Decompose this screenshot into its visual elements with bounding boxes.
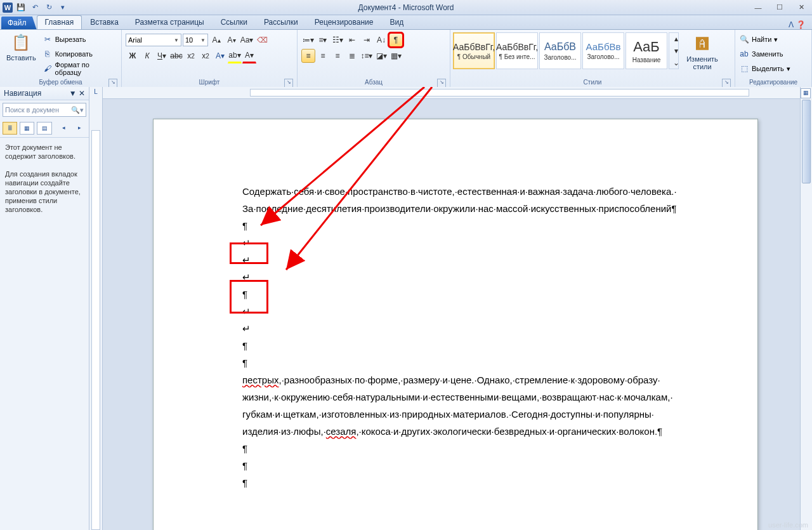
underline-button[interactable]: Ч▾	[155, 49, 169, 63]
cut-button[interactable]: ✂Вырезать	[41, 32, 119, 46]
nav-view-pages[interactable]: ▦	[20, 122, 34, 135]
line-spacing-button[interactable]: ↕≡▾	[360, 49, 374, 63]
nav-next[interactable]: ▸	[73, 122, 86, 133]
nav-prev[interactable]: ◂	[57, 122, 70, 133]
horizontal-ruler[interactable]	[102, 87, 801, 99]
font-size-selector[interactable]: 10▼	[183, 34, 208, 46]
qat-customize-icon[interactable]: ▾	[57, 2, 69, 13]
qat-save-icon[interactable]: 💾	[15, 2, 27, 13]
numbering-button[interactable]: ≡▾	[316, 33, 330, 47]
nav-close-icon[interactable]: ✕	[79, 89, 85, 98]
align-center-button[interactable]: ≡	[316, 49, 330, 63]
pilcrow-mark: ¶	[242, 440, 713, 457]
ribbon-minimize-icon[interactable]: ᐱ	[789, 20, 794, 29]
find-button[interactable]: 🔍Найти▾	[738, 32, 779, 46]
navigation-search-input[interactable]: Поиск в докумен🔍▾	[3, 103, 86, 117]
subscript-button[interactable]: x2	[184, 49, 198, 63]
styles-dialog-launcher[interactable]: ↘	[722, 79, 731, 88]
document-page[interactable]: Содержать·себя·и·свое·пространство·в·чис…	[153, 119, 758, 530]
annotation-box-2	[230, 280, 268, 314]
style-nospacing[interactable]: АаБбВвГг,¶ Без инте...	[496, 32, 538, 69]
change-case-button[interactable]: Aa▾	[240, 33, 254, 47]
linebreak-mark: ↵	[242, 234, 713, 251]
nav-view-results[interactable]: ▤	[37, 122, 51, 135]
pilcrow-mark: ¶	[242, 354, 713, 371]
ribbon: 📋 Вставить ✂Вырезать ⎘Копировать 🖌Формат…	[0, 30, 812, 89]
tab-view[interactable]: Вид	[381, 15, 412, 29]
nav-empty-msg1: Этот документ не содержит заголовков.	[5, 143, 84, 161]
tab-layout[interactable]: Разметка страницы	[127, 15, 213, 29]
scroll-thumb[interactable]	[802, 100, 811, 183]
replace-button[interactable]: abЗаменить	[738, 47, 784, 61]
clear-formatting-button[interactable]: ⌫	[255, 33, 269, 47]
format-painter-button[interactable]: 🖌Формат по образцу	[41, 62, 119, 76]
highlight-button[interactable]: ab▾	[228, 48, 242, 63]
vertical-ruler[interactable]	[89, 98, 103, 530]
font-color-button[interactable]: A▾	[242, 48, 256, 63]
change-styles-button[interactable]: 🅰 Изменить стили	[680, 32, 724, 72]
linebreak-mark: ↵	[242, 268, 713, 286]
style-normal[interactable]: АаБбВвГг,¶ Обычный	[453, 32, 495, 69]
pilcrow-mark: ¶	[242, 286, 713, 303]
style-heading1[interactable]: АаБбВЗаголово...	[539, 32, 581, 69]
grow-font-button[interactable]: A▴	[209, 33, 223, 47]
vertical-scrollbar[interactable]: ▦	[800, 87, 812, 530]
qat-redo-icon[interactable]: ↻	[43, 2, 55, 13]
bullets-button[interactable]: ≔▾	[301, 33, 315, 47]
text-effects-button[interactable]: A▾	[213, 49, 227, 63]
strike-button[interactable]: abc	[169, 49, 183, 63]
shrink-font-button[interactable]: A▾	[225, 33, 239, 47]
borders-button[interactable]: ▦▾	[389, 49, 403, 63]
tab-insert[interactable]: Вставка	[82, 15, 127, 29]
document-area: L ▦ Содержать·себя·и·свое·пространство·в…	[89, 87, 812, 530]
help-icon[interactable]: ❓	[796, 20, 806, 29]
word-app-icon: W	[3, 3, 13, 13]
tab-references[interactable]: Ссылки	[213, 15, 256, 29]
italic-button[interactable]: К	[140, 49, 154, 63]
linebreak-mark: ↵	[242, 320, 713, 337]
justify-button[interactable]: ≣	[345, 49, 359, 63]
ribbon-tabs: Файл Главная Вставка Разметка страницы С…	[0, 15, 812, 30]
copy-icon: ⎘	[43, 49, 53, 59]
navigation-pane: Навигация▼ ✕ Поиск в докумен🔍▾ ≣ ▦ ▤ ◂ ▸…	[0, 87, 89, 530]
decrease-indent-button[interactable]: ⇤	[345, 33, 359, 47]
ruler-toggle-icon[interactable]: ▦	[801, 88, 811, 98]
font-name-selector[interactable]: Arial▼	[126, 34, 181, 46]
scissors-icon: ✂	[43, 34, 53, 44]
pilcrow-mark: ¶	[242, 337, 713, 354]
style-heading2[interactable]: АаБбВвЗаголово...	[582, 32, 624, 69]
superscript-button[interactable]: x2	[199, 49, 213, 63]
align-left-button[interactable]: ≡	[301, 49, 315, 63]
paragraph-dialog-launcher[interactable]: ↘	[437, 79, 446, 88]
tab-file[interactable]: Файл	[1, 17, 37, 29]
shading-button[interactable]: ◪▾	[374, 49, 388, 63]
pilcrow-mark: ¶	[242, 217, 713, 234]
select-icon: ⬚	[739, 63, 749, 74]
qat-undo-icon[interactable]: ↶	[29, 2, 41, 13]
paste-button[interactable]: 📋 Вставить	[3, 31, 40, 63]
copy-button[interactable]: ⎘Копировать	[41, 47, 119, 61]
align-right-button[interactable]: ≡	[331, 49, 344, 63]
multilevel-button[interactable]: ☷▾	[331, 33, 344, 47]
tab-home[interactable]: Главная	[37, 15, 82, 29]
tab-review[interactable]: Рецензирование	[306, 15, 382, 29]
pilcrow-mark: ¶	[242, 457, 713, 474]
sort-button[interactable]: A↓	[374, 33, 388, 47]
bold-button[interactable]: Ж	[126, 49, 140, 63]
tab-selector[interactable]: L	[89, 87, 103, 99]
minimize-button[interactable]: —	[747, 1, 769, 15]
close-button[interactable]: ✕	[790, 1, 812, 15]
pilcrow-mark: ¶	[242, 474, 713, 491]
font-dialog-launcher[interactable]: ↘	[284, 79, 293, 88]
tab-mailings[interactable]: Рассылки	[256, 15, 306, 29]
show-hide-pilcrow-button[interactable]: ¶	[389, 33, 403, 47]
clipboard-dialog-launcher[interactable]: ↘	[108, 79, 117, 88]
style-title[interactable]: АаБНазвание	[625, 32, 667, 69]
change-styles-icon: 🅰	[692, 34, 712, 54]
nav-view-headings[interactable]: ≣	[3, 122, 17, 135]
document-body[interactable]: Содержать·себя·и·свое·пространство·в·чис…	[242, 183, 713, 491]
select-button[interactable]: ⬚Выделить▾	[738, 62, 792, 76]
nav-menu-icon[interactable]: ▼	[69, 89, 77, 98]
maximize-button[interactable]: ☐	[769, 1, 790, 15]
increase-indent-button[interactable]: ⇥	[360, 33, 374, 47]
